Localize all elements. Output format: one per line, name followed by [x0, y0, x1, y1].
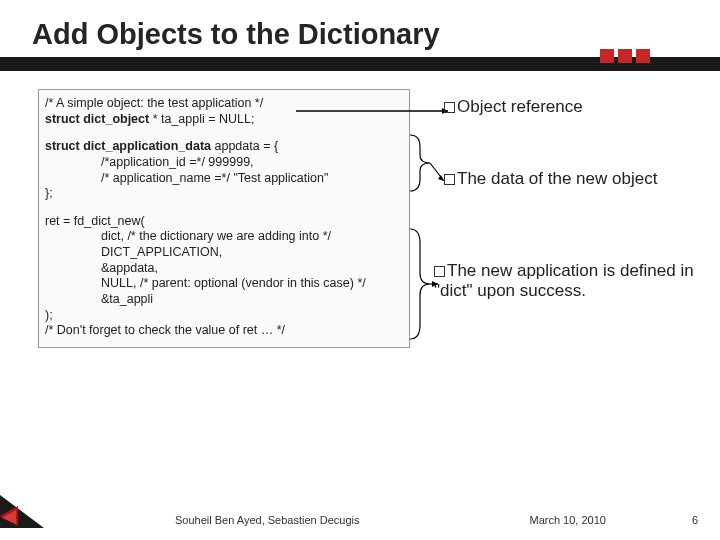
connector-brace-2 — [408, 135, 448, 191]
code-block-3: ret = fd_dict_new( dict, /* the dictiona… — [45, 214, 403, 339]
svg-marker-6 — [0, 492, 44, 528]
code-line: DICT_APPLICATION, — [45, 245, 403, 261]
bullet-icon — [444, 102, 455, 113]
code-line: ret = fd_dict_new( — [45, 214, 403, 230]
svg-line-2 — [430, 163, 444, 181]
code-line: /* A simple object: the test application… — [45, 96, 403, 112]
code-line: /* Don't forget to check the value of re… — [45, 323, 403, 339]
code-block: /* A simple object: the test application… — [38, 89, 410, 348]
footer: Souheil Ben Ayed, Sebastien Decugis Marc… — [0, 514, 720, 526]
slide-title: Add Objects to the Dictionary — [0, 0, 720, 55]
footer-author: Souheil Ben Ayed, Sebastien Decugis — [175, 514, 359, 526]
content-area: /* A simple object: the test application… — [0, 71, 720, 348]
code-line: &ta_appli — [45, 292, 403, 308]
footer-date: March 10, 2010 — [529, 514, 605, 526]
code-line: &appdata, — [45, 261, 403, 277]
callout-3: The new application is defined in "dict"… — [434, 261, 698, 301]
code-line: ); — [45, 308, 403, 324]
accent-dots — [600, 49, 650, 63]
callout-2: The data of the new object — [444, 169, 698, 189]
bullet-icon — [444, 174, 455, 185]
code-line: /*application_id =*/ 999999, — [45, 155, 403, 171]
code-line: /* application_name =*/ "Test applicatio… — [45, 171, 403, 187]
divider-bar — [0, 57, 720, 71]
code-line: struct dict_application_data appdata = { — [45, 139, 403, 155]
corner-decoration-icon — [0, 486, 44, 528]
callout-1: Object reference — [444, 97, 698, 117]
code-line: NULL, /* parent: optional (vendor in thi… — [45, 276, 403, 292]
code-line: }; — [45, 186, 403, 202]
footer-page-number: 6 — [692, 514, 698, 526]
code-line: dict, /* the dictionary we are adding in… — [45, 229, 403, 245]
bullet-icon — [434, 266, 445, 277]
code-block-1: /* A simple object: the test application… — [45, 96, 403, 127]
callouts-column: Object reference The data of the new obj… — [418, 89, 702, 348]
code-block-2: struct dict_application_data appdata = {… — [45, 139, 403, 202]
code-line: struct dict_object * ta_appli = NULL; — [45, 112, 403, 128]
